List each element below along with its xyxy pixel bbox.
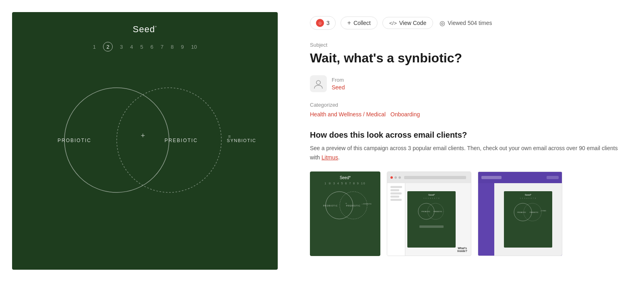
thumb-gmail-header bbox=[478, 172, 562, 183]
eye-icon: ◎ bbox=[440, 19, 445, 27]
nav-num-3[interactable]: 3 bbox=[120, 44, 123, 50]
thumb-outlook-main: Seed* 1 2 3 4 5 6 7 8 PROBIOTIC PREBIOTI… bbox=[405, 183, 471, 256]
nav-num-7[interactable]: 7 bbox=[161, 44, 163, 50]
viewed-count: ◎ Viewed 504 times bbox=[440, 19, 492, 27]
svg-text:+: + bbox=[141, 132, 145, 140]
brand-logo: Seed* bbox=[133, 24, 157, 35]
nav-num-10[interactable]: 10 bbox=[191, 44, 197, 50]
code-icon: </> bbox=[389, 20, 397, 26]
nav-num-9[interactable]: 9 bbox=[181, 44, 184, 50]
svg-text:PREBIOTIC: PREBIOTIC bbox=[165, 138, 198, 143]
svg-text:= SYNBIOTIC: = SYNBIOTIC bbox=[540, 210, 546, 212]
thumb-what-inside bbox=[419, 224, 444, 228]
nav-num-8[interactable]: 8 bbox=[171, 44, 173, 50]
from-section: From Seed bbox=[310, 75, 624, 92]
nav-num-2-active[interactable]: 2 bbox=[103, 42, 113, 52]
thumb-gmail-body: Seed* 1 2 3 4 5 6 7 8 PROBIOTIC PREBIOTI… bbox=[478, 183, 562, 256]
thumb-gmail-main: Seed* 1 2 3 4 5 6 7 8 PROBIOTIC PREBIOTI… bbox=[494, 183, 562, 256]
venn-diagram: PROBIOTIC + PREBIOTIC = SYNBIOTIC bbox=[32, 76, 258, 204]
number-nav: 1 2 3 4 5 6 7 8 9 10 bbox=[93, 42, 197, 52]
svg-text:PREBIOTIC: PREBIOTIC bbox=[433, 211, 442, 213]
svg-text:PREBIOTIC: PREBIOTIC bbox=[346, 204, 361, 207]
subject-title: Wait, what's a synbiotic? bbox=[310, 50, 624, 66]
category-health[interactable]: Health and Wellness / Medical bbox=[310, 111, 386, 118]
sender-avatar bbox=[310, 75, 327, 92]
thumb-outlook-email: Seed* 1 2 3 4 5 6 7 8 PROBIOTIC PREBIOTI… bbox=[407, 191, 456, 248]
thumb-outlook-header bbox=[387, 172, 471, 183]
svg-text:PROBIOTIC: PROBIOTIC bbox=[58, 138, 91, 143]
thumb-gmail-email: Seed* 1 2 3 4 5 6 7 8 PROBIOTIC PREBIOTI… bbox=[504, 191, 552, 248]
sender-info: From Seed bbox=[332, 77, 345, 91]
thumbnail-gmail[interactable]: Seed* 1 2 3 4 5 6 7 8 PROBIOTIC PREBIOTI… bbox=[478, 171, 562, 256]
svg-text:+: + bbox=[345, 202, 347, 205]
thumb-dot-1 bbox=[394, 176, 397, 179]
svg-text:PROBIOTIC: PROBIOTIC bbox=[421, 211, 430, 213]
svg-text:PREBIOTIC: PREBIOTIC bbox=[530, 211, 539, 213]
thumb-seed-logo: Seed* bbox=[340, 176, 351, 180]
svg-point-7 bbox=[316, 81, 320, 85]
categorized-label: Categorized bbox=[310, 102, 624, 108]
nav-num-4[interactable]: 4 bbox=[130, 44, 133, 50]
view-code-label: View Code bbox=[399, 20, 426, 26]
view-code-button[interactable]: </> View Code bbox=[382, 17, 433, 29]
svg-text:PROBIOTIC: PROBIOTIC bbox=[323, 204, 338, 207]
reaction-button[interactable]: ☺ 3 bbox=[310, 16, 336, 30]
svg-text:SYNBIOTIC: SYNBIOTIC bbox=[227, 138, 256, 143]
nav-num-1[interactable]: 1 bbox=[93, 44, 96, 50]
thumb-outlook-sidebar bbox=[387, 183, 405, 256]
plus-icon: + bbox=[347, 19, 351, 27]
right-panel: ☺ 3 + Collect </> View Code ◎ Viewed 504… bbox=[290, 0, 644, 285]
section-description: See a preview of this campaign across 3 … bbox=[310, 144, 624, 162]
thumb-dot-2 bbox=[398, 176, 401, 179]
from-label: From bbox=[332, 77, 345, 83]
litmus-link[interactable]: Litmus bbox=[322, 154, 338, 161]
reaction-icon: ☺ bbox=[316, 19, 324, 27]
reaction-count: 3 bbox=[326, 20, 330, 26]
thumbnail-mobile[interactable]: Seed* 1 ② 3 4 5 6 7 8 9 10 PROBIOTIC PRE… bbox=[310, 171, 380, 256]
thumb-outlook-body: Seed* 1 2 3 4 5 6 7 8 PROBIOTIC PREBIOTI… bbox=[387, 183, 471, 256]
thumb-numbers: 1 ② 3 4 5 6 7 8 9 10 bbox=[324, 182, 365, 185]
categories-list: Health and Wellness / Medical Onboarding bbox=[310, 111, 624, 118]
collect-button[interactable]: + Collect bbox=[341, 17, 378, 29]
sender-name-link[interactable]: Seed bbox=[332, 84, 345, 91]
section-title: How does this look across email clients? bbox=[310, 130, 624, 140]
subject-label: Subject bbox=[310, 42, 624, 48]
thumb-dot-red bbox=[390, 176, 393, 179]
svg-text:= SYNBIOTIC: = SYNBIOTIC bbox=[361, 203, 372, 205]
nav-num-5[interactable]: 5 bbox=[140, 44, 143, 50]
action-bar: ☺ 3 + Collect </> View Code ◎ Viewed 504… bbox=[310, 16, 624, 30]
thumb-gmail-sidebar bbox=[478, 183, 494, 256]
email-preview-card: Seed* 1 2 3 4 5 6 7 8 9 10 PROBIOTIC + bbox=[12, 12, 278, 270]
category-onboarding[interactable]: Onboarding bbox=[390, 111, 420, 118]
thumbnail-outlook[interactable]: Seed* 1 2 3 4 5 6 7 8 PROBIOTIC PREBIOTI… bbox=[387, 171, 471, 256]
left-panel: Seed* 1 2 3 4 5 6 7 8 9 10 PROBIOTIC + bbox=[0, 0, 290, 285]
preview-thumbnails: Seed* 1 ② 3 4 5 6 7 8 9 10 PROBIOTIC PRE… bbox=[310, 171, 624, 256]
nav-num-6[interactable]: 6 bbox=[151, 44, 153, 50]
svg-text:PROBIOTIC: PROBIOTIC bbox=[517, 211, 526, 213]
collect-label: Collect bbox=[353, 20, 371, 26]
